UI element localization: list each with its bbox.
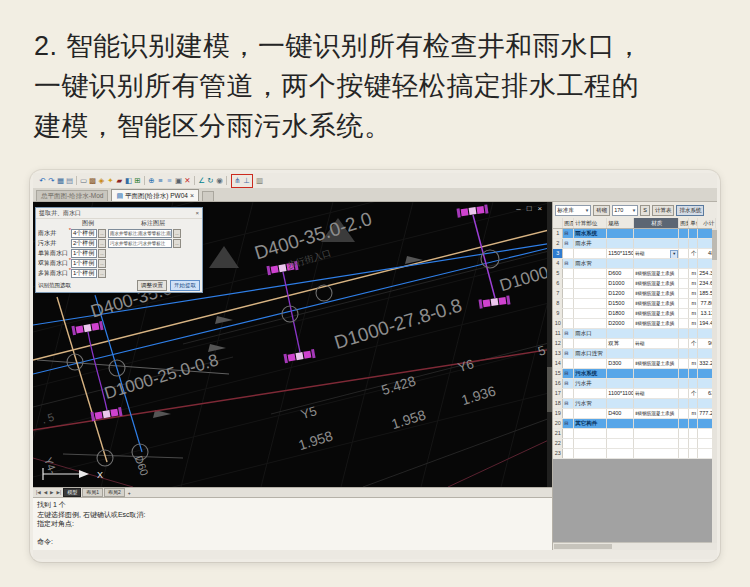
tab-drawing-inactive[interactable]: 总平面图-给排水-Mod	[36, 190, 108, 201]
table-row[interactable]: 11⊟雨水口	[553, 329, 717, 339]
hatch-icon[interactable]: ▩	[88, 175, 97, 186]
save-icon[interactable]: ▦	[56, 175, 65, 186]
table-row[interactable]: 20⊟其它构件	[553, 419, 717, 429]
tree-toggle[interactable]	[563, 279, 574, 288]
layer-color-icon[interactable]: ◈	[97, 175, 106, 186]
layout-nav-button[interactable]: ◀	[43, 490, 48, 495]
table-row[interactable]: 23	[553, 449, 717, 459]
tree-toggle[interactable]: ⊟	[563, 379, 574, 388]
canvas-maximize-button[interactable]: □	[527, 204, 532, 213]
table-row[interactable]: 171100*1100砖砌个63	[553, 389, 717, 399]
command-line-area[interactable]: 找到 1 个左键选择图例, 右键确认或Esc取消:指定对角点: 命令:	[33, 497, 552, 550]
table-row[interactable]: 31150*1150砖砌▼个48	[553, 249, 717, 259]
table-row[interactable]: 5D600Ⅱ级钢筋混凝土承插m254.39	[553, 269, 717, 279]
table-row[interactable]: 10D2000Ⅱ级钢筋混凝土承插m194.44	[553, 319, 717, 329]
browse-button[interactable]: ...	[98, 259, 106, 268]
command-prompt[interactable]: 命令:	[37, 537, 53, 546]
table-row[interactable]: 22	[553, 439, 717, 449]
drainage-system-button[interactable]: 排水系统	[676, 205, 704, 216]
table-row[interactable]: 16⊟污水井	[553, 379, 717, 389]
tree-toggle[interactable]: ⊟	[563, 369, 574, 378]
table-row[interactable]: 2⊟雨水井	[553, 239, 717, 249]
sample-count-input[interactable]: 2个样例	[71, 239, 97, 248]
browse-button[interactable]: ...	[173, 229, 181, 238]
layout-tab-布局1[interactable]: 布局1	[82, 488, 103, 497]
extract-wells-icon[interactable]: ⋔	[233, 175, 242, 186]
tree-toggle[interactable]: ⊟	[563, 239, 574, 248]
table-row[interactable]: 21	[553, 429, 717, 439]
small-button[interactable]: S	[640, 205, 650, 216]
sample-count-input[interactable]: 1个样例	[71, 269, 97, 278]
layout-tab-布局2[interactable]: 布局2	[104, 488, 125, 497]
tree-toggle[interactable]	[563, 249, 574, 258]
save-all-icon[interactable]: ▤	[65, 175, 74, 186]
table-row[interactable]: 15⊟污水系统	[553, 369, 717, 379]
browse-button[interactable]: ...	[98, 229, 106, 238]
tree-toggle[interactable]: ⊟	[563, 349, 574, 358]
erase-icon[interactable]: ✕	[183, 175, 192, 186]
tree-toggle[interactable]	[563, 429, 574, 438]
add-block-icon[interactable]: ⊞	[133, 175, 142, 186]
tree-toggle[interactable]: ⊟	[563, 259, 574, 268]
tree-toggle[interactable]: ⊟	[563, 329, 574, 338]
sample-count-input[interactable]: 1个样例	[71, 249, 97, 258]
tree-toggle[interactable]	[563, 299, 574, 308]
tree-toggle[interactable]	[563, 309, 574, 318]
tree-toggle[interactable]: ⊟	[563, 229, 574, 238]
tree-toggle[interactable]	[563, 449, 574, 458]
region-icon[interactable]: ▰	[115, 175, 124, 186]
layout-tab-模型[interactable]: 模型	[63, 488, 81, 497]
range-select-label[interactable]: 识别范围选取	[38, 282, 134, 289]
info-icon[interactable]: ▥	[255, 175, 264, 186]
table-row[interactable]: 1⊟雨水系统	[553, 229, 717, 239]
light-icon[interactable]: ✦	[106, 175, 115, 186]
drawing-canvas[interactable]: X D400-35.0-2.0D400-35.0-2.0D1000-27.8-0…	[33, 202, 552, 487]
panel-horizontal-scrollbar[interactable]	[553, 542, 717, 550]
library-combo[interactable]: 标准库▼	[555, 205, 591, 216]
settings-button[interactable]: 调整设置	[137, 280, 167, 291]
table-row[interactable]: 4⊟雨水管	[553, 259, 717, 269]
material-button[interactable]: 砖砌	[593, 205, 610, 216]
browse-button[interactable]: ...	[98, 249, 106, 258]
tree-toggle[interactable]: ⊟	[563, 419, 574, 428]
tree-toggle[interactable]	[563, 339, 574, 348]
extract-pipes-icon[interactable]: ⊥	[242, 175, 251, 186]
tree-toggle[interactable]	[563, 409, 574, 418]
pan-alt-icon[interactable]: ≡	[165, 175, 174, 186]
fill-icon[interactable]: ◧	[124, 175, 133, 186]
tab-drawing-active[interactable]: ▤ 平面图(给排水) PW04 ×	[111, 189, 199, 201]
canvas-close-button[interactable]: ×	[538, 204, 543, 213]
canvas-minimize-button[interactable]: –	[516, 204, 520, 213]
measure-icon[interactable]: ∠	[197, 175, 206, 186]
table-row[interactable]: 8D1500Ⅱ级钢筋混凝土承插m77.80	[553, 299, 717, 309]
table-row[interactable]: 9D1800Ⅱ级钢筋混凝土承插m13.12	[553, 309, 717, 319]
dialog-close-icon[interactable]: ×	[195, 208, 199, 218]
tab-stub[interactable]	[202, 191, 214, 201]
rect-select-icon[interactable]: ▭	[79, 175, 88, 186]
tab-close-icon[interactable]: ×	[190, 190, 194, 201]
zoom-extents-icon[interactable]: ⊕	[147, 175, 156, 186]
calc-table-button[interactable]: 计算表	[652, 205, 675, 216]
table-row[interactable]: 7D1200Ⅱ级钢筋混凝土承插m185.51	[553, 289, 717, 299]
pan-icon[interactable]: ≡	[156, 175, 165, 186]
add-layout-button[interactable]: +	[126, 490, 133, 496]
tree-toggle[interactable]	[563, 359, 574, 368]
browse-button[interactable]: ...	[98, 239, 106, 248]
circle-center-icon[interactable]: ◉	[215, 175, 224, 186]
dropdown-arrow-icon[interactable]: ▼	[670, 250, 678, 258]
table-row[interactable]: 6D1000Ⅱ级钢筋混凝土承插m234.67	[553, 279, 717, 289]
viewport-icon[interactable]: ▣	[174, 175, 183, 186]
table-row[interactable]: 12双箅砖砌个96	[553, 339, 717, 349]
layout-nav-button[interactable]: ▶|	[56, 490, 63, 495]
tree-toggle[interactable]: ⊟	[563, 399, 574, 408]
browse-button[interactable]: ...	[98, 269, 106, 278]
layout-nav-button[interactable]: ▶	[49, 490, 54, 495]
rotate-icon[interactable]: ↻	[206, 175, 215, 186]
table-row[interactable]: 13⊟雨水口连管	[553, 349, 717, 359]
panel-vertical-scrollbar[interactable]	[712, 228, 717, 543]
tree-toggle[interactable]	[563, 439, 574, 448]
browse-button[interactable]: ...	[173, 239, 181, 248]
tree-toggle[interactable]	[563, 289, 574, 298]
tree-toggle[interactable]	[563, 389, 574, 398]
tree-toggle[interactable]	[563, 319, 574, 328]
